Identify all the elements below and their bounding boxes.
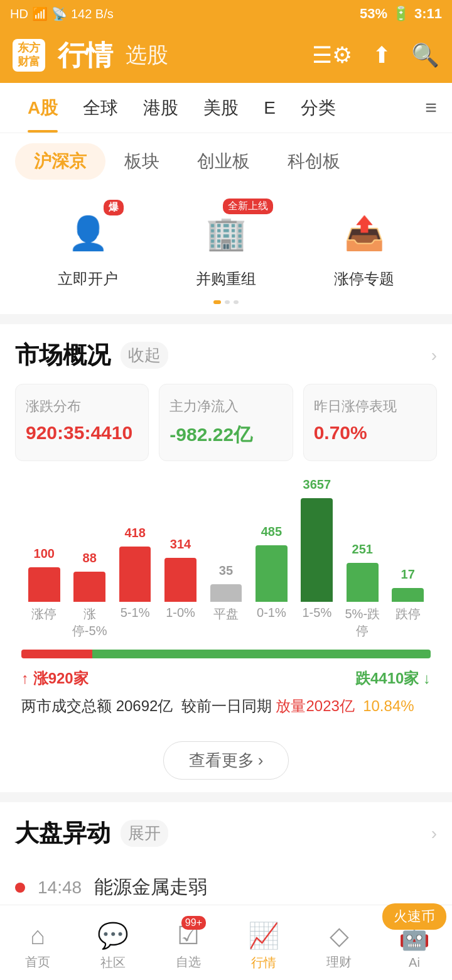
page-dot-2 (225, 300, 230, 304)
watchlist-badge: 99+ (181, 916, 206, 930)
ai-special-badge: 火速币 (382, 903, 446, 930)
sub-tabs: 沪深京 板块 创业板 科创板 (0, 133, 452, 190)
bottom-nav: ⌂ 首页 💬 社区 ☑ 99+ 自选 📈 行情 ◇ 理财 火速币 🤖 Ai (0, 905, 452, 980)
stat-card-label-3: 昨日涨停表现 (314, 397, 426, 416)
watchlist-wrap: ☑ 99+ (177, 921, 200, 950)
bar-bottom-label-6: 0-1% (249, 606, 294, 640)
search-icon[interactable]: 🔍 (411, 42, 439, 68)
stat-card-limit-up[interactable]: 昨日涨停表现 0.70% (303, 384, 437, 461)
big-market-title: 大盘异动 (15, 817, 110, 849)
tab-global[interactable]: 全球 (70, 83, 131, 133)
stat-card-value-3: 0.70% (314, 422, 426, 444)
nav-item-watchlist[interactable]: ☑ 99+ 自选 (151, 915, 226, 971)
features-row: 👤 爆 立即开户 🏢 全新上线 并购重组 📤 涨停专题 (0, 190, 452, 295)
stat-card-label-1: 涨跌分布 (26, 397, 138, 416)
nav-item-ai[interactable]: 火速币 🤖 Ai (377, 916, 452, 970)
bar-bottom-labels: 涨停 涨停-5% 5-1% 1-0% 平盘 0-1% 1-5% 5%-跌停 跌停 (15, 602, 437, 640)
settings-icon[interactable]: ☰⚙ (312, 42, 352, 68)
signal-strength: 📶 (32, 6, 48, 21)
data-speed: 142 B/s (71, 7, 114, 21)
sub-tab-sector[interactable]: 板块 (105, 143, 178, 180)
volume-change: 放量2023亿 (276, 697, 354, 714)
feature-merger[interactable]: 🏢 全新上线 并购重组 (157, 205, 295, 289)
market-overview-toggle[interactable]: 收起 (121, 342, 168, 369)
view-more-row: 查看更多 › (15, 729, 437, 792)
community-icon: 💬 (97, 921, 129, 950)
feature-badge-hot: 爆 (104, 200, 124, 215)
tab-hk[interactable]: 港股 (131, 83, 191, 133)
view-more-arrow: › (258, 751, 264, 770)
home-icon: ⌂ (30, 922, 45, 950)
nav-label-finance: 理财 (326, 954, 352, 971)
rise-count: ↑ 涨920家 (21, 668, 89, 689)
tab-a-stock[interactable]: A股 (15, 83, 70, 133)
view-more-label: 查看更多 (189, 749, 254, 771)
battery-percent: 53% (360, 6, 387, 22)
tab-category[interactable]: 分类 (288, 83, 348, 133)
stat-card-flow[interactable]: 主力净流入 -982.22亿 (159, 384, 293, 461)
stats-cards: 涨跌分布 920:35:4410 主力净流入 -982.22亿 昨日涨停表现 0… (15, 384, 437, 461)
sub-tab-kechuang[interactable]: 科创板 (269, 143, 359, 180)
sub-tab-chuangye[interactable]: 创业板 (178, 143, 269, 180)
wifi-icon: 📡 (51, 6, 67, 21)
bar-col-6: 485 (249, 525, 294, 602)
logo[interactable]: 东方 财富 (13, 39, 45, 71)
nav-item-community[interactable]: 💬 社区 (75, 915, 151, 971)
bar-body-5 (210, 584, 242, 602)
feature-label-open-account: 立即开户 (58, 269, 118, 289)
bar-chart: 100 88 418 314 35 (15, 476, 437, 602)
volume-percent: 10.84% (363, 697, 414, 714)
progress-bar (21, 650, 431, 658)
nav-subtitle[interactable]: 选股 (126, 41, 168, 70)
top-nav: 东方 财富 行情 选股 ☰⚙ ⬆ 🔍 (0, 28, 452, 83)
bar-bottom-label-4: 1-0% (158, 606, 203, 640)
bar-body-6 (256, 545, 288, 602)
finance-icon: ◇ (330, 921, 349, 950)
feature-badge-new: 全新上线 (223, 199, 273, 214)
big-market-toggle[interactable]: 展开 (121, 820, 168, 847)
fall-count: 跌4410家 ↓ (355, 668, 431, 689)
big-market-content: 能源金属走弱 (94, 874, 207, 900)
tab-menu-icon[interactable]: ≡ (425, 96, 437, 119)
bar-col-9: 17 (385, 567, 431, 602)
bar-bottom-label-2: 涨停-5% (67, 606, 112, 640)
sub-tab-shenzhen-beijing[interactable]: 沪深京 (15, 143, 105, 180)
market-overview-arrow[interactable]: › (431, 346, 437, 366)
tab-e[interactable]: E (251, 83, 288, 133)
feature-limit-up[interactable]: 📤 涨停专题 (295, 205, 433, 289)
bar-bottom-label-3: 5-1% (112, 606, 158, 640)
rise-fall-row: ↑ 涨920家 跌4410家 ↓ (21, 668, 431, 689)
bar-col-3: 418 (112, 526, 158, 602)
progress-fall (92, 650, 431, 658)
bar-body-3 (119, 547, 151, 602)
tab-us[interactable]: 美股 (191, 83, 251, 133)
big-market-time: 14:48 (38, 878, 82, 898)
page-dot-3 (234, 300, 239, 304)
status-right: 53% 🔋 3:11 (360, 6, 442, 22)
nav-item-market[interactable]: 📈 行情 (226, 915, 301, 971)
bar-col-4: 314 (158, 537, 203, 602)
battery-icon: 🔋 (392, 6, 409, 22)
view-more-button[interactable]: 查看更多 › (163, 741, 289, 780)
status-bar: HD 📶 📡 142 B/s 53% 🔋 3:11 (0, 0, 452, 28)
stat-card-distribution[interactable]: 涨跌分布 920:35:4410 (15, 384, 149, 461)
big-market-header: 大盘异动 展开 › (15, 817, 437, 849)
nav-item-home[interactable]: ⌂ 首页 (0, 915, 75, 971)
clock: 3:11 (414, 6, 442, 22)
big-market-arrow[interactable]: › (431, 824, 437, 844)
bar-bottom-label-7: 1-5% (294, 606, 340, 640)
share-icon[interactable]: ⬆ (372, 42, 391, 68)
progress-rise (21, 650, 92, 658)
time-dot (15, 883, 25, 893)
nav-label-ai: Ai (409, 956, 420, 970)
bar-col-1: 100 (21, 547, 67, 602)
bar-body-8 (347, 563, 379, 602)
stat-card-value-2: -982.22亿 (170, 422, 282, 448)
hd-badge: HD (10, 7, 28, 21)
nav-item-finance[interactable]: ◇ 理财 (301, 915, 377, 971)
nav-label-home: 首页 (25, 954, 50, 971)
market-overview-header: 市场概况 收起 › (15, 339, 437, 371)
market-icon: 📈 (248, 921, 279, 950)
bar-col-5: 35 (203, 564, 249, 602)
feature-open-account[interactable]: 👤 爆 立即开户 (19, 205, 157, 289)
